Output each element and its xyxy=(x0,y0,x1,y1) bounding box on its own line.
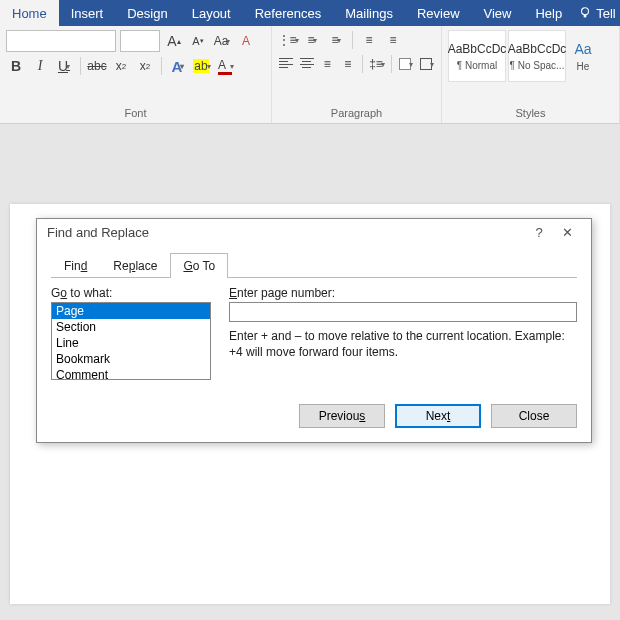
highlight-button[interactable]: ab▾ xyxy=(192,56,212,76)
align-center-button[interactable] xyxy=(298,54,314,74)
font-color-button[interactable]: A▾ xyxy=(216,56,236,76)
tab-mailings[interactable]: Mailings xyxy=(333,0,405,26)
tab-layout[interactable]: Layout xyxy=(180,0,243,26)
subscript-button[interactable]: x2 xyxy=(111,56,131,76)
shrink-font-button[interactable]: A▾ xyxy=(188,31,208,51)
group-font: A▴ A▾ Aa▾ A B I U▾ abc x2 x2 A▾ ab▾ A▾ F… xyxy=(0,26,272,123)
tab-view[interactable]: View xyxy=(472,0,524,26)
bold-button[interactable]: B xyxy=(6,56,26,76)
next-button[interactable]: Next xyxy=(395,404,481,428)
grow-font-button[interactable]: A▴ xyxy=(164,31,184,51)
superscript-button[interactable]: x2 xyxy=(135,56,155,76)
tab-review[interactable]: Review xyxy=(405,0,472,26)
tab-help[interactable]: Help xyxy=(523,0,574,26)
group-paragraph: ⋮≡▾ ≡▾ ≡▾ ≡ ≡ ≡ ≡ ‡≡▾ ▾ ▾ Paragraph xyxy=(272,26,442,123)
clear-format-button[interactable]: A xyxy=(236,31,256,51)
bullets-button[interactable]: ⋮≡▾ xyxy=(278,30,298,50)
style-heading[interactable]: AaHe xyxy=(568,30,598,82)
list-item[interactable]: Line xyxy=(52,335,210,351)
borders-button[interactable]: ▾ xyxy=(419,54,435,74)
font-size-combo[interactable] xyxy=(120,30,160,52)
group-paragraph-label: Paragraph xyxy=(278,105,435,121)
group-font-label: Font xyxy=(6,105,265,121)
svg-rect-1 xyxy=(584,15,587,18)
multilevel-button[interactable]: ≡▾ xyxy=(326,30,346,50)
close-icon[interactable]: ✕ xyxy=(553,225,581,240)
styles-gallery[interactable]: AaBbCcDc¶ Normal AaBbCcDc¶ No Spac... Aa… xyxy=(448,30,613,82)
previous-button[interactable]: Previous xyxy=(299,404,385,428)
group-styles: AaBbCcDc¶ Normal AaBbCcDc¶ No Spac... Aa… xyxy=(442,26,620,123)
page-number-input[interactable] xyxy=(229,302,577,322)
decrease-indent-button[interactable]: ≡ xyxy=(359,30,379,50)
shading-button[interactable]: ▾ xyxy=(398,54,414,74)
dialog-tab-goto[interactable]: Go To xyxy=(170,253,228,278)
tell-me[interactable]: Tell xyxy=(578,0,616,26)
goto-hint: Enter + and – to move relative to the cu… xyxy=(229,328,577,360)
tell-me-label: Tell xyxy=(596,6,616,21)
align-left-button[interactable] xyxy=(278,54,294,74)
italic-button[interactable]: I xyxy=(30,56,50,76)
font-name-combo[interactable] xyxy=(6,30,116,52)
list-item[interactable]: Page xyxy=(52,303,210,319)
ribbon: A▴ A▾ Aa▾ A B I U▾ abc x2 x2 A▾ ab▾ A▾ F… xyxy=(0,26,620,124)
dialog-tab-replace[interactable]: Replace xyxy=(100,253,170,278)
goto-what-label: Go to what: xyxy=(51,286,211,300)
tab-references[interactable]: References xyxy=(243,0,333,26)
list-item[interactable]: Section xyxy=(52,319,210,335)
align-right-button[interactable]: ≡ xyxy=(319,54,335,74)
enter-page-label: Enter page number: xyxy=(229,286,577,300)
justify-button[interactable]: ≡ xyxy=(339,54,355,74)
close-button[interactable]: Close xyxy=(491,404,577,428)
strike-button[interactable]: abc xyxy=(87,56,107,76)
increase-indent-button[interactable]: ≡ xyxy=(383,30,403,50)
list-item[interactable]: Comment xyxy=(52,367,210,380)
find-replace-dialog: Find and Replace ? ✕ Find Replace Go To … xyxy=(36,218,592,443)
text-effects-button[interactable]: A▾ xyxy=(168,56,188,76)
numbering-button[interactable]: ≡▾ xyxy=(302,30,322,50)
dialog-tabs: Find Replace Go To xyxy=(51,252,577,278)
tab-home[interactable]: Home xyxy=(0,0,59,26)
change-case-button[interactable]: Aa▾ xyxy=(212,31,232,51)
style-nospacing[interactable]: AaBbCcDc¶ No Spac... xyxy=(508,30,566,82)
dialog-titlebar[interactable]: Find and Replace ? ✕ xyxy=(37,219,591,246)
lightbulb-icon xyxy=(578,6,592,20)
help-button[interactable]: ? xyxy=(525,225,553,240)
dialog-title: Find and Replace xyxy=(47,225,149,240)
ribbon-tabs: Home Insert Design Layout References Mai… xyxy=(0,0,620,26)
line-spacing-button[interactable]: ‡≡▾ xyxy=(369,54,385,74)
tab-insert[interactable]: Insert xyxy=(59,0,116,26)
style-normal[interactable]: AaBbCcDc¶ Normal xyxy=(448,30,506,82)
dialog-tab-find[interactable]: Find xyxy=(51,253,100,278)
group-styles-label: Styles xyxy=(448,105,613,121)
list-item[interactable]: Bookmark xyxy=(52,351,210,367)
tab-design[interactable]: Design xyxy=(115,0,179,26)
underline-button[interactable]: U▾ xyxy=(54,56,74,76)
goto-what-listbox[interactable]: Page Section Line Bookmark Comment Footn… xyxy=(51,302,211,380)
svg-point-0 xyxy=(582,8,589,15)
